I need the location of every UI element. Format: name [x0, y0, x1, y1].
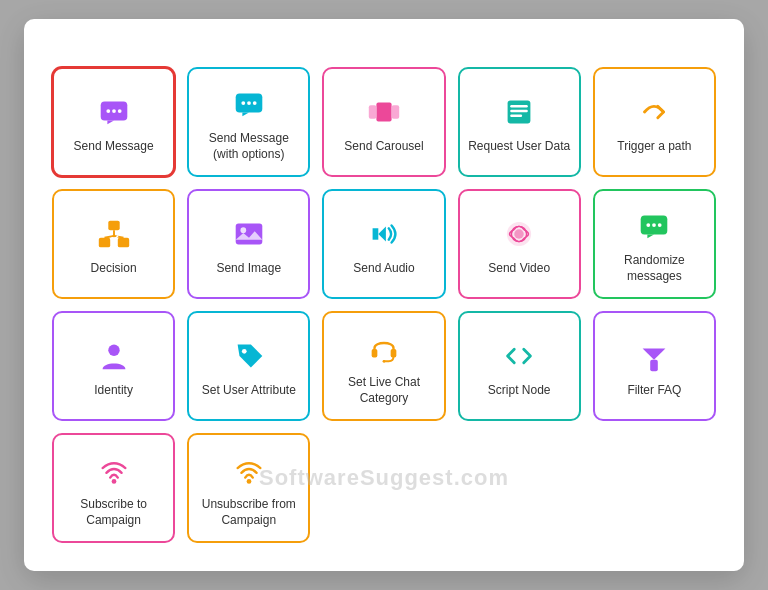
tag-cyan-icon	[230, 337, 268, 375]
node-card-send-message-options[interactable]: Send Message (with options)	[187, 67, 310, 177]
add-node-modal: Send Message Send Message (with options)…	[24, 19, 744, 571]
svg-rect-15	[108, 221, 119, 231]
node-card-unsubscribe-campaign[interactable]: Unsubscribe from Campaign	[187, 433, 310, 543]
carousel-pink-icon	[365, 93, 403, 131]
node-card-trigger-path[interactable]: Trigger a path	[593, 67, 716, 177]
svg-point-29	[652, 224, 656, 228]
node-label-trigger-path: Trigger a path	[617, 139, 691, 155]
node-label-send-carousel: Send Carousel	[344, 139, 423, 155]
message-cyan-icon	[230, 85, 268, 123]
svg-point-37	[111, 479, 116, 484]
node-card-set-user-attribute[interactable]: Set User Attribute	[187, 311, 310, 421]
filter-purple-icon	[635, 337, 673, 375]
modal-overlay[interactable]: Send Message Send Message (with options)…	[0, 0, 768, 590]
svg-rect-36	[651, 360, 659, 371]
code-teal-icon	[500, 337, 538, 375]
node-card-filter-faq[interactable]: Filter FAQ	[593, 311, 716, 421]
user-purple-icon	[95, 337, 133, 375]
list-teal-icon	[500, 93, 538, 131]
svg-point-28	[647, 224, 651, 228]
node-label-filter-faq: Filter FAQ	[627, 383, 681, 399]
arrow-yellow-icon	[635, 93, 673, 131]
svg-rect-33	[372, 349, 378, 358]
node-label-script-node: Script Node	[488, 383, 551, 399]
node-card-send-video[interactable]: Send Video	[458, 189, 581, 299]
wifi-yellow-icon	[230, 451, 268, 489]
node-card-randomize-messages[interactable]: Randomize messages	[593, 189, 716, 299]
svg-point-35	[383, 360, 386, 363]
modal-header	[52, 43, 716, 47]
svg-point-1	[106, 109, 110, 113]
node-card-decision[interactable]: Decision	[52, 189, 175, 299]
node-card-send-image[interactable]: Send Image	[187, 189, 310, 299]
node-card-identity[interactable]: Identity	[52, 311, 175, 421]
svg-point-30	[658, 224, 662, 228]
svg-point-31	[108, 345, 119, 356]
node-card-send-carousel[interactable]: Send Carousel	[322, 67, 445, 177]
svg-point-21	[112, 235, 115, 238]
node-label-identity: Identity	[94, 383, 133, 399]
node-label-unsubscribe-campaign: Unsubscribe from Campaign	[197, 497, 300, 528]
svg-point-32	[242, 349, 247, 354]
svg-rect-9	[369, 106, 377, 119]
node-label-subscribe-campaign: Subscribe to Campaign	[62, 497, 165, 528]
svg-rect-17	[117, 238, 128, 248]
video-pink-icon	[500, 215, 538, 253]
headset-yellow-icon	[365, 329, 403, 367]
node-label-set-live-chat: Set Live Chat Category	[332, 375, 435, 406]
svg-point-23	[240, 228, 246, 234]
wifi-pink-icon	[95, 451, 133, 489]
decision-yellow-icon	[95, 215, 133, 253]
node-label-send-image: Send Image	[216, 261, 281, 277]
nodes-grid: Send Message Send Message (with options)…	[52, 67, 716, 543]
node-card-request-user-data[interactable]: Request User Data	[458, 67, 581, 177]
svg-point-7	[253, 102, 257, 106]
node-label-send-message-options: Send Message (with options)	[197, 131, 300, 162]
close-button[interactable]	[704, 43, 716, 47]
node-card-send-audio[interactable]: Send Audio	[322, 189, 445, 299]
node-label-request-user-data: Request User Data	[468, 139, 570, 155]
svg-rect-8	[376, 103, 391, 122]
node-card-script-node[interactable]: Script Node	[458, 311, 581, 421]
svg-rect-16	[98, 238, 109, 248]
message-purple-icon	[95, 93, 133, 131]
node-label-randomize-messages: Randomize messages	[603, 253, 706, 284]
node-label-send-video: Send Video	[488, 261, 550, 277]
node-label-decision: Decision	[91, 261, 137, 277]
svg-point-38	[246, 479, 251, 484]
node-label-send-message: Send Message	[74, 139, 154, 155]
svg-point-3	[117, 109, 121, 113]
node-card-send-message[interactable]: Send Message	[52, 67, 175, 177]
node-card-set-live-chat[interactable]: Set Live Chat Category	[322, 311, 445, 421]
node-label-send-audio: Send Audio	[353, 261, 414, 277]
image-purple-icon	[230, 215, 268, 253]
audio-cyan-icon	[365, 215, 403, 253]
svg-point-5	[241, 102, 245, 106]
svg-rect-10	[392, 106, 400, 119]
svg-point-6	[247, 102, 251, 106]
node-card-subscribe-campaign[interactable]: Subscribe to Campaign	[52, 433, 175, 543]
svg-rect-22	[235, 224, 262, 245]
chat-green-icon	[635, 207, 673, 245]
node-label-set-user-attribute: Set User Attribute	[202, 383, 296, 399]
svg-point-2	[112, 109, 116, 113]
svg-point-26	[514, 229, 524, 239]
